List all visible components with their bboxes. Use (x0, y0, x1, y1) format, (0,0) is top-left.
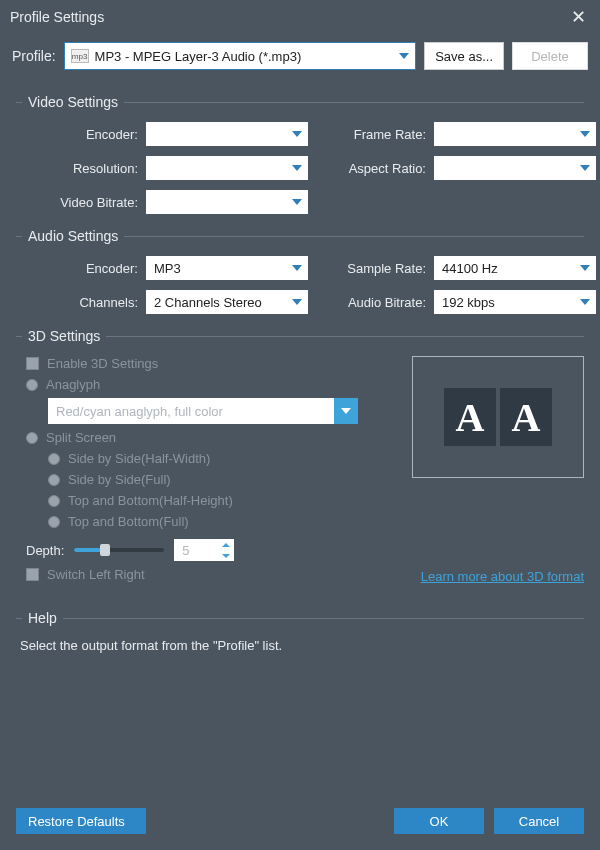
channels-select[interactable]: 2 Channels Stereo (146, 290, 308, 314)
preview-right-icon: A (500, 388, 552, 446)
chevron-down-icon (292, 299, 302, 305)
switch-lr-checkbox[interactable] (26, 568, 39, 581)
anaglyph-radio[interactable] (26, 379, 38, 391)
chevron-down-icon (292, 265, 302, 271)
help-title: Help (22, 610, 63, 626)
video-encoder-label: Encoder: (26, 127, 138, 142)
save-as-button[interactable]: Save as... (424, 42, 504, 70)
chevron-down-icon (580, 299, 590, 305)
tab-half-radio[interactable] (48, 495, 60, 507)
audio-settings-title: Audio Settings (22, 228, 124, 244)
chevron-down-icon (334, 398, 358, 424)
profile-select[interactable]: mp3 MP3 - MPEG Layer-3 Audio (*.mp3) (64, 42, 417, 70)
chevron-down-icon (292, 165, 302, 171)
learn-more-link[interactable]: Learn more about 3D format (421, 569, 584, 584)
audio-bitrate-select[interactable]: 192 kbps (434, 290, 596, 314)
mp3-file-icon: mp3 (71, 49, 89, 63)
split-screen-label: Split Screen (46, 430, 116, 445)
sample-rate-label: Sample Rate: (316, 261, 426, 276)
resolution-select[interactable] (146, 156, 308, 180)
anaglyph-select[interactable]: Red/cyan anaglyph, full color (48, 398, 358, 424)
delete-button: Delete (512, 42, 588, 70)
depth-slider[interactable] (74, 548, 164, 552)
chevron-down-icon (292, 131, 302, 137)
restore-defaults-button[interactable]: Restore Defaults (16, 808, 146, 834)
tab-full-label: Top and Bottom(Full) (68, 514, 189, 529)
spin-up-icon[interactable] (218, 539, 234, 550)
3d-settings-title: 3D Settings (22, 328, 106, 344)
aspect-ratio-label: Aspect Ratio: (316, 161, 426, 176)
depth-label: Depth: (26, 543, 64, 558)
aspect-ratio-select[interactable] (434, 156, 596, 180)
profile-label: Profile: (12, 48, 56, 64)
anaglyph-label: Anaglyph (46, 377, 100, 392)
depth-spin-input[interactable]: 5 (174, 539, 234, 561)
window-title: Profile Settings (10, 9, 104, 25)
depth-value: 5 (182, 543, 189, 558)
help-text: Select the output format from the "Profi… (20, 638, 580, 653)
audio-bitrate-label: Audio Bitrate: (316, 295, 426, 310)
enable-3d-checkbox[interactable] (26, 357, 39, 370)
audio-encoder-select[interactable]: MP3 (146, 256, 308, 280)
enable-3d-label: Enable 3D Settings (47, 356, 158, 371)
tab-full-radio[interactable] (48, 516, 60, 528)
channels-label: Channels: (26, 295, 138, 310)
split-screen-radio[interactable] (26, 432, 38, 444)
3d-preview-box: A A (412, 356, 584, 478)
chevron-down-icon (580, 165, 590, 171)
chevron-down-icon (580, 265, 590, 271)
audio-encoder-label: Encoder: (26, 261, 138, 276)
spin-down-icon[interactable] (218, 550, 234, 561)
video-bitrate-select[interactable] (146, 190, 308, 214)
chevron-down-icon (292, 199, 302, 205)
video-bitrate-label: Video Bitrate: (26, 195, 138, 210)
cancel-button[interactable]: Cancel (494, 808, 584, 834)
sbs-half-label: Side by Side(Half-Width) (68, 451, 210, 466)
chevron-down-icon (399, 53, 409, 59)
tab-half-label: Top and Bottom(Half-Height) (68, 493, 233, 508)
video-encoder-select[interactable] (146, 122, 308, 146)
switch-lr-label: Switch Left Right (47, 567, 145, 582)
video-settings-title: Video Settings (22, 94, 124, 110)
sample-rate-select[interactable]: 44100 Hz (434, 256, 596, 280)
chevron-down-icon (580, 131, 590, 137)
sbs-half-radio[interactable] (48, 453, 60, 465)
close-icon[interactable]: ✕ (567, 6, 590, 28)
frame-rate-label: Frame Rate: (316, 127, 426, 142)
resolution-label: Resolution: (26, 161, 138, 176)
slider-thumb-icon[interactable] (100, 544, 110, 556)
sbs-full-radio[interactable] (48, 474, 60, 486)
frame-rate-select[interactable] (434, 122, 596, 146)
profile-select-text: MP3 - MPEG Layer-3 Audio (*.mp3) (95, 49, 302, 64)
preview-left-icon: A (444, 388, 496, 446)
sbs-full-label: Side by Side(Full) (68, 472, 171, 487)
anaglyph-select-text: Red/cyan anaglyph, full color (56, 404, 223, 419)
ok-button[interactable]: OK (394, 808, 484, 834)
